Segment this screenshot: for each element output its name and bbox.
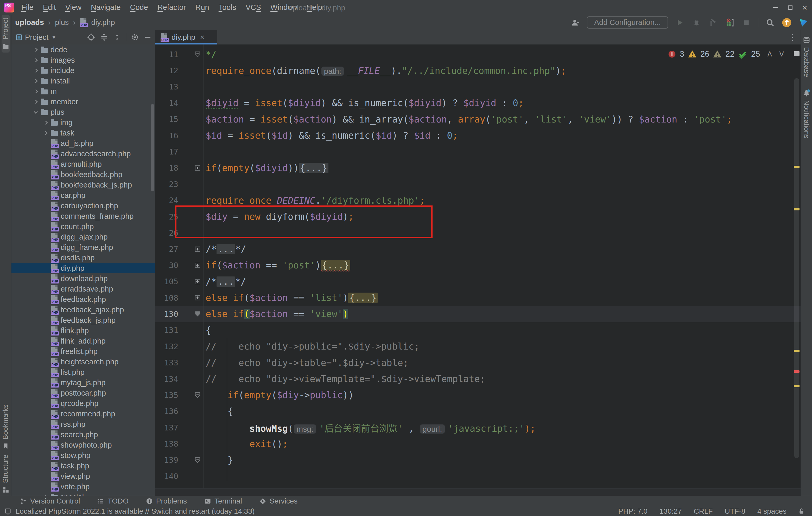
toolwindow-terminal[interactable]: Terminal <box>204 497 242 505</box>
tree-item-m[interactable]: m <box>11 86 155 96</box>
tree-item-arcmulti-php[interactable]: PHParcmulti.php <box>11 159 155 169</box>
fold-marker-icon[interactable] <box>192 310 203 317</box>
toolwindow-services[interactable]: Services <box>259 497 297 505</box>
prev-problem-icon[interactable]: ᐱ <box>767 50 772 58</box>
next-problem-icon[interactable]: ᐯ <box>779 50 784 58</box>
tree-item-ad_js-php[interactable]: PHPad_js.php <box>11 138 155 149</box>
tree-item-qrcode-php[interactable]: PHPqrcode.php <box>11 398 155 408</box>
menu-run[interactable]: Run <box>196 3 209 12</box>
error-icon[interactable] <box>668 50 676 58</box>
tree-item-flink_add-php[interactable]: PHPflink_add.php <box>11 336 155 346</box>
line-number[interactable]: 134 <box>155 374 181 384</box>
fold-marker-icon[interactable] <box>192 457 203 463</box>
line-number[interactable]: 14 <box>155 98 181 108</box>
tree-item-feedback_js-php[interactable]: PHPfeedback_js.php <box>11 315 155 325</box>
menu-refactor[interactable]: Refactor <box>157 3 186 12</box>
expand-all-icon[interactable] <box>100 33 108 41</box>
caret-position[interactable]: 130:27 <box>660 507 682 515</box>
tree-chevron-icon[interactable] <box>44 120 48 125</box>
event-log-icon[interactable] <box>4 508 11 515</box>
tree-item-erraddsave-php[interactable]: PHPerraddsave.php <box>11 284 155 294</box>
tree-scrollbar[interactable] <box>151 104 154 191</box>
user-account-icon[interactable] <box>570 18 580 28</box>
tree-chevron-icon[interactable] <box>34 58 38 62</box>
folded-region[interactable]: {...} <box>299 163 328 173</box>
tree-item-list-php[interactable]: PHPlist.php <box>11 367 155 377</box>
tree-item-img[interactable]: img <box>11 117 155 128</box>
gear-icon[interactable] <box>131 33 139 41</box>
tree-item-task-php[interactable]: PHPtask.php <box>11 461 155 471</box>
folded-region[interactable]: ... <box>216 276 235 287</box>
editor-scrollbar[interactable] <box>794 78 799 458</box>
stop-icon[interactable] <box>742 18 751 28</box>
menu-tools[interactable]: Tools <box>219 3 236 12</box>
tree-item-carbuyaction-php[interactable]: PHPcarbuyaction.php <box>11 201 155 211</box>
tab-options-icon[interactable]: ⋮ <box>788 32 797 42</box>
line-number[interactable]: 137 <box>155 423 181 432</box>
tree-item-recommend-php[interactable]: PHPrecommend.php <box>11 408 155 419</box>
line-number[interactable]: 105 <box>155 277 181 286</box>
tree-item-feedback_ajax-php[interactable]: PHPfeedback_ajax.php <box>11 305 155 315</box>
tree-chevron-icon[interactable] <box>34 110 38 114</box>
line-number[interactable]: 16 <box>155 131 181 140</box>
debug-icon[interactable] <box>692 18 701 28</box>
toolwindow-problems[interactable]: Problems <box>146 497 187 505</box>
line-number[interactable]: 18 <box>155 163 181 173</box>
locate-file-icon[interactable] <box>87 33 95 41</box>
close-button[interactable]: × <box>798 0 812 15</box>
tree-item-advancedsearch-php[interactable]: PHPadvancedsearch.php <box>11 149 155 159</box>
menu-navigate[interactable]: Navigate <box>91 3 120 12</box>
tree-chevron-icon[interactable] <box>34 48 38 52</box>
line-number[interactable]: 12 <box>155 66 181 75</box>
toolwindow-version-control[interactable]: Version Control <box>20 497 80 505</box>
editor-horizontal-scrollbar[interactable] <box>155 488 801 496</box>
fold-marker-icon[interactable] <box>192 262 203 268</box>
run-with-coverage-icon[interactable] <box>708 18 718 28</box>
collapse-all-icon[interactable] <box>113 33 121 41</box>
tree-item-disdls-php[interactable]: PHPdisdls.php <box>11 252 155 263</box>
tree-item-comments_frame-php[interactable]: PHPcomments_frame.php <box>11 211 155 221</box>
hide-panel-icon[interactable] <box>144 33 152 41</box>
menu-code[interactable]: Code <box>130 3 148 12</box>
add-configuration-button[interactable]: Add Configuration... <box>587 17 668 29</box>
tree-item-bookfeedback-php[interactable]: PHPbookfeedback.php <box>11 169 155 180</box>
tree-item-images[interactable]: images <box>11 55 155 65</box>
line-number[interactable]: 136 <box>155 407 181 416</box>
stripe-mark[interactable] <box>794 51 800 56</box>
folded-region[interactable]: {...} <box>348 293 378 303</box>
breadcrumb-folder[interactable]: plus <box>55 18 69 27</box>
stripe-mark-warning[interactable] <box>794 385 800 387</box>
stripe-button-structure[interactable]: Structure <box>2 452 10 496</box>
line-number[interactable]: 138 <box>155 439 181 448</box>
ide-update-icon[interactable] <box>782 18 792 28</box>
breadcrumb-project[interactable]: uploads <box>15 18 44 27</box>
tree-item-digg_frame-php[interactable]: PHPdigg_frame.php <box>11 242 155 252</box>
tree-item-task[interactable]: task <box>11 128 155 138</box>
tree-item-stow-php[interactable]: PHPstow.php <box>11 450 155 461</box>
project-panel-title[interactable]: Project <box>25 33 49 41</box>
tree-item-search-php[interactable]: PHPsearch.php <box>11 429 155 440</box>
line-separator[interactable]: CRLF <box>694 507 713 515</box>
tree-item-vote-php[interactable]: PHPvote.php <box>11 481 155 492</box>
tree-chevron-icon[interactable] <box>34 100 38 104</box>
tree-item-install[interactable]: install <box>11 76 155 86</box>
tree-item-rss-php[interactable]: PHPrss.php <box>11 419 155 429</box>
indent-setting[interactable]: 4 spaces <box>757 507 786 515</box>
line-number[interactable]: 15 <box>155 115 181 124</box>
line-number[interactable]: 140 <box>155 472 181 481</box>
tree-item-feedback-php[interactable]: PHPfeedback.php <box>11 294 155 305</box>
lock-icon[interactable] <box>799 508 805 515</box>
tree-item-member[interactable]: member <box>11 96 155 107</box>
tree-item-showphoto-php[interactable]: PHPshowphoto.php <box>11 440 155 450</box>
menu-edit[interactable]: Edit <box>43 3 56 12</box>
search-everywhere-icon[interactable] <box>765 18 775 28</box>
php-version[interactable]: PHP: 7.0 <box>618 507 647 515</box>
tree-chevron-icon[interactable] <box>34 68 38 72</box>
fold-marker-icon[interactable] <box>192 51 203 58</box>
typo-ok-icon[interactable] <box>738 50 748 59</box>
stripe-mark-warning[interactable] <box>794 166 800 168</box>
fold-marker-icon[interactable] <box>192 246 203 252</box>
tab-close-icon[interactable]: × <box>200 33 205 41</box>
stripe-mark-warning[interactable] <box>794 350 800 352</box>
tree-item-posttocar-php[interactable]: PHPposttocar.php <box>11 388 155 398</box>
